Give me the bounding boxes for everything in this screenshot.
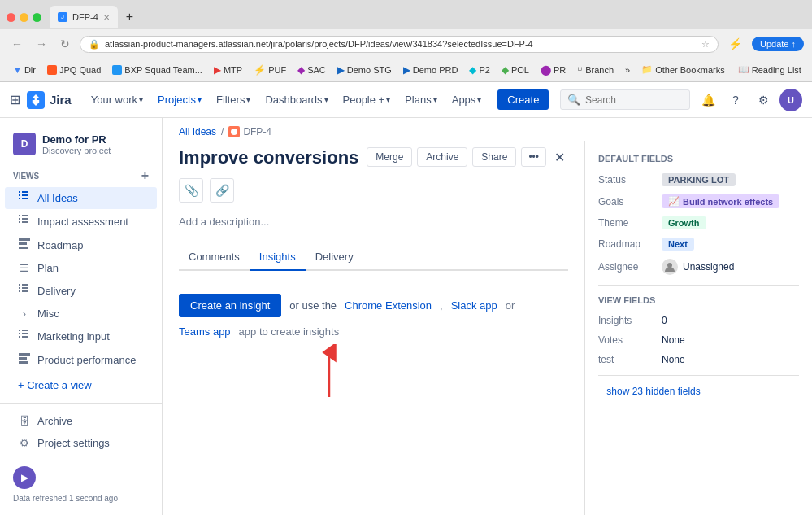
attachment-button[interactable]: 📎 [179, 178, 203, 203]
assignee-text: Unassigned [683, 261, 734, 273]
tab-comments[interactable]: Comments [179, 244, 250, 271]
bookmark-other[interactable]: 📁Other Bookmarks [636, 63, 730, 76]
bookmark-branch[interactable]: ⑂Branch [572, 63, 619, 76]
tab-close-icon[interactable]: ✕ [103, 13, 110, 22]
bookmark-demo-stg[interactable]: ▶Demo STG [332, 63, 397, 77]
issue-detail: Improve conversions Merge Archive Share … [163, 141, 812, 515]
svg-rect-22 [22, 330, 28, 331]
bookmark-sac[interactable]: ◆SAC [293, 63, 331, 77]
sidebar-item-roadmap-label: Roadmap [37, 239, 83, 251]
nav-apps[interactable]: Apps▾ [445, 90, 489, 109]
video-button[interactable]: ▶ [13, 466, 36, 489]
update-button[interactable]: Update ↑ [752, 37, 804, 51]
comma-sep-1: , [440, 299, 443, 312]
bookmark-icon[interactable]: ☆ [701, 39, 710, 50]
nav-filters[interactable]: Filters▾ [210, 90, 257, 109]
sidebar-item-misc[interactable]: › Misc [5, 303, 157, 324]
nav-dashboards[interactable]: Dashboards▾ [258, 90, 334, 109]
add-description[interactable]: Add a description... [179, 212, 568, 231]
address-bar[interactable]: 🔒 atlassian-product-managers.atlassian.n… [80, 36, 719, 53]
back-button[interactable]: ← [8, 36, 26, 52]
sidebar-item-marketing[interactable]: Marketing input [5, 325, 157, 347]
bookmark-reading-list[interactable]: 📖Reading List [733, 63, 806, 76]
sidebar-item-impact[interactable]: Impact assessment [5, 211, 157, 233]
notifications-button[interactable]: 🔔 [697, 89, 719, 111]
sidebar-item-roadmap[interactable]: Roadmap [5, 234, 157, 256]
status-badge[interactable]: PARKING LOT [662, 173, 736, 186]
breadcrumb-all-ideas[interactable]: All Ideas [179, 126, 216, 137]
search-input[interactable] [585, 94, 683, 106]
top-nav: ⊞ Jira Your work▾ Projects▾ Filters▾ Das… [0, 82, 812, 118]
nav-your-work[interactable]: Your work▾ [85, 90, 150, 109]
tab-insights[interactable]: Insights [250, 244, 306, 271]
dir-icon: ▼ [13, 65, 22, 75]
svg-rect-23 [19, 333, 20, 334]
settings-button[interactable]: ⚙ [752, 89, 775, 111]
create-button[interactable]: Create [497, 89, 549, 110]
share-button[interactable]: Share [472, 147, 516, 167]
goals-badge[interactable]: 📈 Build network effects [662, 194, 779, 208]
show-hidden-fields[interactable]: + show 23 hidden fields [598, 386, 799, 397]
field-row-status: Status PARKING LOT [598, 173, 799, 186]
project-type: Discovery project [42, 146, 111, 155]
create-insight-button[interactable]: Create an insight [179, 294, 281, 317]
sidebar-item-all-ideas[interactable]: All Ideas [5, 187, 157, 209]
new-tab-button[interactable]: + [119, 6, 140, 28]
reload-button[interactable]: ↻ [57, 36, 73, 52]
assignee-value[interactable]: Unassigned [662, 259, 734, 275]
bookmark-bxp[interactable]: BXP Squad Team... [107, 63, 207, 76]
status-label: Status [598, 174, 655, 185]
close-button[interactable]: ✕ [551, 148, 568, 167]
theme-badge[interactable]: Growth [662, 216, 706, 229]
merge-button[interactable]: Merge [367, 147, 412, 167]
jira-logo-icon [27, 91, 45, 109]
roadmap-badge[interactable]: Next [662, 238, 694, 251]
misc-chevron-icon: › [18, 308, 31, 320]
issue-actions: Merge Archive Share ••• ✕ [367, 147, 568, 167]
bookmark-p2[interactable]: ◆P2 [464, 63, 494, 77]
tab-delivery[interactable]: Delivery [306, 244, 363, 271]
bookmark-jpq[interactable]: JPQ Quad [42, 63, 106, 76]
more-actions-button[interactable]: ••• [521, 147, 546, 167]
sidebar-item-product-perf[interactable]: Product performance [5, 349, 157, 371]
sidebar-item-plan[interactable]: ☰ Plan [5, 258, 157, 278]
traffic-light-yellow[interactable] [20, 13, 28, 22]
traffic-light-red[interactable] [7, 13, 15, 22]
chrome-extension-link[interactable]: Chrome Extension [345, 299, 432, 312]
svg-rect-2 [19, 194, 20, 196]
extensions-button[interactable]: ⚡ [725, 36, 745, 52]
search-input-wrap[interactable]: 🔍 [560, 89, 690, 110]
svg-point-30 [231, 129, 237, 135]
link-button[interactable]: 🔗 [210, 178, 234, 203]
bookmark-puf[interactable]: ⚡PUF [249, 63, 291, 77]
sidebar-item-delivery[interactable]: Delivery [5, 280, 157, 302]
svg-rect-5 [22, 198, 28, 199]
svg-rect-10 [19, 221, 20, 223]
slack-app-link[interactable]: Slack app [451, 299, 497, 312]
user-avatar[interactable]: U [779, 89, 802, 111]
bookmark-more[interactable]: » [620, 63, 635, 76]
insights-tab-content: Create an insight or use the Chrome Exte… [179, 284, 568, 411]
forward-button[interactable]: → [33, 36, 50, 52]
add-view-icon[interactable]: + [141, 168, 149, 183]
create-view-item[interactable]: + Create a view [5, 375, 157, 395]
sidebar-item-project-settings[interactable]: ⚙ Project settings [5, 433, 157, 453]
nav-projects[interactable]: Projects▾ [151, 90, 208, 109]
bookmark-demo-prd[interactable]: ▶Demo PRD [398, 63, 463, 77]
bookmark-pol[interactable]: ◆POL [497, 63, 534, 77]
breadcrumb-issue-key: DFP-4 [228, 126, 271, 137]
browser-tab-active[interactable]: J DFP-4 ✕ [50, 6, 118, 28]
grid-button[interactable]: ⊞ [10, 92, 20, 107]
bookmark-mtp[interactable]: ▶MTP [209, 63, 247, 77]
bookmark-dir[interactable]: ▼Dir [8, 63, 41, 76]
teams-app-link[interactable]: Teams app [179, 325, 231, 338]
bookmark-pr[interactable]: ⬤PR [536, 63, 571, 77]
archive-button[interactable]: Archive [417, 147, 467, 167]
assignee-label: Assignee [598, 261, 655, 273]
nav-plans[interactable]: Plans▾ [398, 90, 444, 109]
nav-people[interactable]: People +▾ [337, 90, 397, 109]
help-button[interactable]: ? [724, 89, 747, 111]
pol-icon: ◆ [502, 64, 509, 76]
traffic-light-green[interactable] [33, 13, 41, 22]
sidebar-item-archive[interactable]: 🗄 Archive [5, 411, 157, 431]
